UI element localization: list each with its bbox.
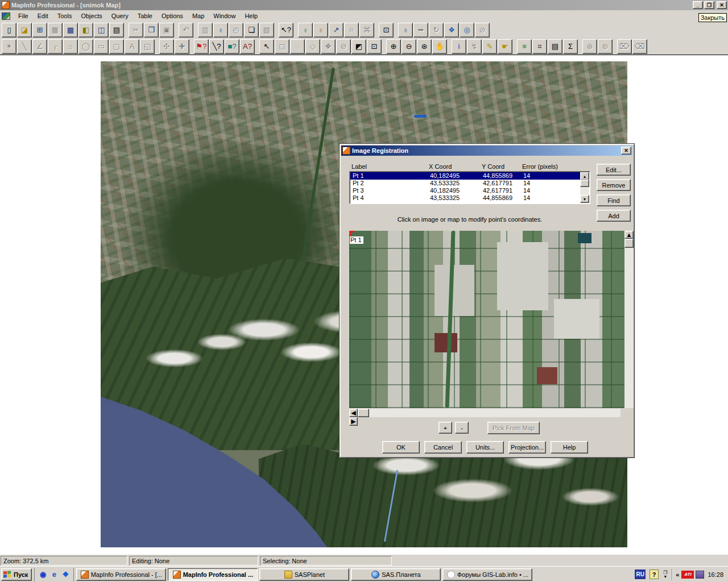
symbol-tool-icon[interactable]: ✶ bbox=[2, 39, 16, 54]
reshape-tool-icon[interactable]: ✣ bbox=[159, 39, 174, 54]
child-window-icon[interactable] bbox=[2, 13, 10, 20]
set-target-district-icon[interactable]: ⊛ bbox=[582, 39, 597, 54]
pan-tool-icon[interactable]: ✋ bbox=[432, 39, 447, 54]
print-window-icon[interactable]: ◫ bbox=[94, 23, 109, 38]
change-view-icon[interactable]: ⊛ bbox=[417, 39, 432, 54]
point-row-2[interactable]: Pt 243,53332542,61779114 bbox=[350, 180, 580, 187]
boundary-select-icon[interactable]: ❖ bbox=[321, 39, 336, 54]
new-table-icon[interactable]: ▯ bbox=[2, 23, 16, 38]
tray-help-icon[interactable]: ? bbox=[650, 569, 659, 579]
line-style-icon[interactable]: ╲? bbox=[209, 39, 224, 54]
scroll-thumb[interactable] bbox=[358, 409, 369, 417]
symbol-style-icon[interactable]: ⚑? bbox=[194, 39, 209, 54]
scroll-thumb[interactable] bbox=[580, 180, 589, 187]
start-button[interactable]: Пуск bbox=[1, 568, 32, 581]
new-grapher-icon[interactable]: ◴ bbox=[229, 23, 243, 38]
new-mapper-icon[interactable]: ♁ bbox=[213, 23, 228, 38]
select-tool-icon[interactable]: ↖ bbox=[259, 39, 274, 54]
open-wms-icon[interactable]: ♁ bbox=[298, 23, 313, 38]
point-row-4[interactable]: Pt 443,53332544,85586914 bbox=[350, 194, 580, 202]
point-row-1[interactable]: Pt 140,18249544,85586914 bbox=[350, 172, 580, 180]
scroll-thumb[interactable] bbox=[624, 239, 634, 248]
task-sasplaneta[interactable]: SAS.Планета bbox=[351, 568, 441, 581]
legend-icon[interactable]: ▤ bbox=[548, 39, 562, 54]
seamless-table-icon[interactable]: ⌗ bbox=[344, 23, 359, 38]
assign-selected-icon[interactable]: ⊜ bbox=[598, 39, 613, 54]
zoom-out-icon[interactable]: ⊖ bbox=[402, 39, 416, 54]
ati-tray-icon[interactable]: ATI bbox=[681, 571, 694, 579]
restore-button[interactable]: ❐ bbox=[704, 1, 714, 9]
radius-select-icon[interactable]: ◌ bbox=[290, 39, 305, 54]
scroll-up-icon[interactable]: ▲ bbox=[624, 231, 634, 239]
preview-vscrollbar[interactable]: ▲ ▼ bbox=[624, 231, 634, 408]
help-pointer-icon[interactable]: ↖? bbox=[279, 23, 293, 38]
task-sasplanet-folder[interactable]: SASPlanet bbox=[259, 568, 349, 581]
minimize-button[interactable]: _ bbox=[693, 1, 703, 9]
new-browser-icon[interactable]: ▥ bbox=[198, 23, 213, 38]
select-window-icon[interactable]: ⊡ bbox=[379, 23, 394, 38]
web-refresh-icon[interactable]: ↻ bbox=[429, 23, 444, 38]
open-dbms-icon[interactable]: ◧ bbox=[78, 23, 93, 38]
task-mapinfo-2[interactable]: MapInfo Professional ... bbox=[168, 568, 258, 581]
ok-button[interactable]: OK bbox=[382, 441, 420, 454]
new-layout-icon[interactable]: ❏ bbox=[244, 23, 259, 38]
remove-button[interactable]: Remove bbox=[597, 179, 631, 191]
web-search-icon[interactable]: ◎ bbox=[460, 23, 474, 38]
status-zoom[interactable]: Zoom: 372,5 km bbox=[1, 556, 127, 566]
projection-button[interactable]: Projection... bbox=[508, 441, 546, 454]
ellipse-tool-icon[interactable]: ◯ bbox=[78, 39, 93, 54]
menu-tools[interactable]: Tools bbox=[53, 11, 77, 20]
text-tool-icon[interactable]: A bbox=[125, 39, 139, 54]
menu-map[interactable]: Map bbox=[188, 11, 209, 20]
scroll-right-icon[interactable]: ▶ bbox=[349, 417, 358, 426]
arc-tool-icon[interactable]: ╭ bbox=[48, 39, 63, 54]
menu-query[interactable]: Query bbox=[107, 11, 133, 20]
dialog-close-button[interactable]: ✕ bbox=[621, 147, 631, 155]
registration-preview[interactable]: Pt 1 bbox=[349, 231, 624, 408]
add-node-tool-icon[interactable]: ✚ bbox=[175, 39, 189, 54]
open-table-icon[interactable]: ◪ bbox=[17, 23, 32, 38]
undo-icon[interactable]: ↶ bbox=[179, 23, 193, 38]
quicklaunch-explorer-icon[interactable]: ❖ bbox=[60, 569, 71, 580]
zoom-in-icon[interactable]: ⊕ bbox=[386, 39, 401, 54]
rectangle-tool-icon[interactable]: ▭ bbox=[94, 39, 109, 54]
pick-from-map-button[interactable]: Pick From Map bbox=[487, 422, 540, 434]
universal-translator-icon[interactable]: ⌘ bbox=[359, 23, 374, 38]
language-indicator[interactable]: RU bbox=[635, 569, 646, 579]
rounded-rectangle-tool-icon[interactable]: ▢ bbox=[109, 39, 124, 54]
preview-zoom-out-button[interactable]: - bbox=[455, 422, 469, 434]
line-tool-icon[interactable]: ╲ bbox=[17, 39, 32, 54]
task-gislab-forum[interactable]: Форумы GIS-Lab.info • ... bbox=[442, 568, 532, 581]
menu-options[interactable]: Options bbox=[157, 11, 188, 20]
marquee-select-icon[interactable]: ◻ bbox=[275, 39, 289, 54]
copy-icon[interactable]: ❐ bbox=[144, 23, 159, 38]
cancel-button[interactable]: Cancel bbox=[424, 441, 462, 454]
ruler-icon[interactable]: ⌗ bbox=[532, 39, 547, 54]
new-redistricter-icon[interactable]: ▧ bbox=[259, 23, 274, 38]
region-style-icon[interactable]: ■? bbox=[225, 39, 239, 54]
points-listbox[interactable]: Pt 140,18249544,85586914Pt 243,53332542,… bbox=[349, 171, 590, 204]
preview-zoom-in-button[interactable]: + bbox=[439, 422, 452, 434]
preview-hscrollbar[interactable]: ◀ ▶ bbox=[349, 409, 621, 417]
polygon-tool-icon[interactable]: ⌂ bbox=[63, 39, 78, 54]
help-button[interactable]: Help bbox=[551, 441, 588, 454]
polygon-select-icon[interactable]: ◇ bbox=[305, 39, 320, 54]
status-selecting[interactable]: Selecting: None bbox=[260, 556, 392, 566]
export-map-icon[interactable]: ↗ bbox=[329, 23, 344, 38]
web-save-icon[interactable]: ❖ bbox=[444, 23, 459, 38]
open-wfs-icon[interactable]: ♁ bbox=[313, 23, 328, 38]
close-button[interactable]: ✕ bbox=[717, 1, 727, 9]
cut-icon[interactable]: ✂ bbox=[129, 23, 143, 38]
hotlink-tool-icon[interactable]: ↯ bbox=[467, 39, 482, 54]
status-editing[interactable]: Editing: None bbox=[129, 556, 258, 566]
web-open-icon[interactable]: ♁ bbox=[398, 23, 413, 38]
no-tool-icon[interactable]: ⊘ bbox=[475, 23, 490, 38]
statistics-icon[interactable]: Σ bbox=[563, 39, 578, 54]
select-in-window-icon[interactable]: ⊡ bbox=[367, 39, 382, 54]
units-button[interactable]: Units... bbox=[466, 441, 504, 454]
quicklaunch-player-icon[interactable]: ◉ bbox=[37, 569, 48, 580]
menu-table[interactable]: Table bbox=[133, 11, 157, 20]
scroll-left-icon[interactable]: ◀ bbox=[349, 409, 358, 417]
scroll-up-icon[interactable]: ▲ bbox=[580, 172, 589, 180]
menu-window[interactable]: Window bbox=[209, 11, 240, 20]
